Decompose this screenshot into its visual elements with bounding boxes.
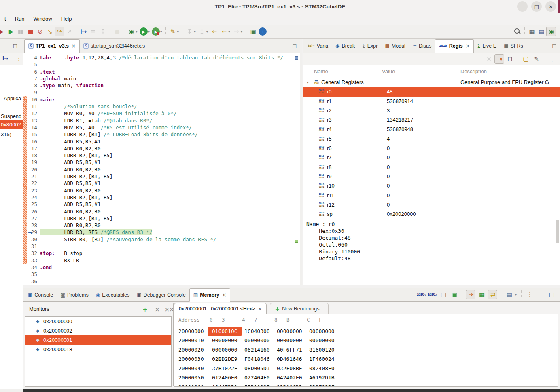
minimize-view-icon[interactable]: – [2,43,5,48]
memory-row[interactable]: 200000000100010C1C0403000000000000000000 [174,327,558,336]
memory-cell[interactable]: 00000000 [309,336,335,345]
line-number[interactable]: 9 [23,89,37,96]
remove-all-monitors-icon[interactable]: ×× [164,305,174,314]
link-memory-icon[interactable]: ⇥ [466,290,475,299]
menu-item-run[interactable]: Run [11,13,29,25]
code-line[interactable]: ADD R5,R5,#1 [40,201,299,208]
register-row[interactable]: 10100101r048 [303,87,560,96]
profile-icon[interactable]: ▶ [152,27,160,36]
line-number-gutter[interactable]: 4567891011121314151617181920212223242526… [23,54,37,285]
search-icon[interactable] [513,27,522,36]
code-line[interactable] [40,89,299,96]
memory-cell[interactable]: 12D00CD3 [277,382,302,386]
memory-cell[interactable]: A044FDB1 [212,382,238,386]
code-line[interactable]: MOV R5, #0 /*R5 est utilisé comme index*… [40,124,299,131]
register-row[interactable]: 10100101r70 [303,153,560,162]
line-number[interactable]: 8 [23,82,37,89]
cpp-perspective-icon[interactable]: ▤ [537,27,546,36]
import-memory-icon[interactable]: 1010↙ [427,290,437,299]
dropdown-chevron-icon[interactable]: ▾ [160,30,162,34]
launch-config-icon[interactable]: ✎ [168,27,178,36]
code-line[interactable]: .text [40,68,299,75]
memory-cell[interactable]: 06214160 [244,345,270,354]
view-menu-icon[interactable]: ⋮ [547,54,557,64]
close-icon[interactable]: × [258,306,262,312]
code-line[interactable]: MOV R0, #0 /*R0=SUM initialisée à 0*/ [40,110,299,117]
line-number[interactable]: 20 [23,166,37,173]
line-number[interactable]: 14 [23,124,37,131]
code-line[interactable] [40,271,299,278]
tab-regis[interactable]: 1010Regis× [435,39,474,53]
code-line[interactable]: .end [40,264,299,271]
memory-cell[interactable]: 02BD2DE9 [212,354,238,364]
memory-cell[interactable]: 00000000 [212,336,238,345]
memory-cell[interactable]: 57B1022F [244,382,270,386]
register-row[interactable]: 10100101r100 [303,181,560,190]
line-number[interactable]: 27 [23,215,37,222]
memory-monitor-item[interactable]: ◆0x20000000 [25,317,171,326]
code-line[interactable]: BX LR [40,257,299,264]
code-line[interactable]: LDRB R2,[R1, R5] [40,152,299,159]
line-number[interactable]: 16 [23,138,37,145]
memory-cell[interactable]: 00000000 [309,327,335,336]
minimize-icon[interactable]: – [536,290,545,299]
info-icon[interactable]: i [259,27,267,36]
memory-cell[interactable]: 00000000 [277,327,302,336]
instruction-stepping-icon[interactable]: i→ [78,27,88,36]
maximize-window-icon[interactable]: □ [531,1,542,12]
column-header-value[interactable]: Value [382,65,395,78]
run-icon[interactable]: ▶ [140,27,148,36]
tab-debugger-console[interactable]: ▣Debugger Console [133,288,189,302]
memory-cell[interactable]: F0418046 [244,354,270,364]
line-number[interactable]: 26 [23,208,37,215]
code-line[interactable]: ADD R5,R5,#1 [40,180,299,187]
register-row[interactable]: 10100101r80 [303,162,560,172]
register-row[interactable]: 10100101r90 [303,172,560,181]
line-number[interactable]: 4 [23,54,37,61]
tab-tp1-ex1-v3-s[interactable]: STP1_ex1_v3.s× [24,39,80,53]
menu-item-t[interactable]: t [0,13,11,25]
code-line[interactable]: main: [40,96,299,103]
line-number[interactable]: 31 [23,243,37,250]
column-header-description[interactable]: Description [460,65,487,78]
step-into-icon[interactable]: ↘ [45,27,55,36]
memory-row[interactable]: 2000004037B1022F08D005D3032F08BF082408E0 [174,364,558,373]
code-content[interactable]: tab: .byte 1,12,28,4,3 /*déclaration d'u… [40,54,299,285]
code-line[interactable]: ADD R0,R2,R0 [40,166,299,173]
line-number[interactable]: 23 [23,187,37,194]
new-register-group-icon[interactable]: ▢ [521,54,530,64]
menu-item-help[interactable]: Help [57,13,76,25]
code-line[interactable]: LDRB R2,[R1] /* LDRB=Load 8bits de donné… [40,131,299,138]
menu-item-window[interactable]: Window [29,13,56,25]
memory-monitor-item[interactable]: ◆0x20000018 [25,345,171,354]
line-number[interactable]: 12 [23,110,37,117]
minimize-view-icon[interactable]: – [546,43,548,48]
register-row[interactable]: 10100101r120 [303,200,560,209]
code-line[interactable] [40,278,299,285]
line-number[interactable]: 21 [23,173,37,180]
edit-register-group-icon[interactable]: ✎ [531,54,541,64]
close-window-icon[interactable]: × [545,1,556,12]
code-line[interactable]: STRB R0, [R3] /*sauvegarde de la somme d… [40,236,299,243]
tab-expr[interactable]: ΣExpr [358,39,381,53]
terminate-icon[interactable]: ■ [25,27,35,36]
debug-tree-item[interactable]: Suspend [1,113,21,119]
line-number[interactable]: 7 [23,75,37,82]
memory-cell[interactable]: 0100010C [208,327,242,336]
step-over-icon[interactable]: ↷ [55,27,64,36]
memory-cell[interactable]: 032F02BF [309,382,335,386]
code-line[interactable]: .global main [40,75,299,82]
tab-live-e[interactable]: ΣLive E [474,39,500,53]
memory-cell[interactable]: 81600120 [309,345,335,354]
tab-executables[interactable]: ◉Executables [92,288,134,302]
line-number[interactable]: 10 [23,96,37,103]
last-edit-location-icon[interactable]: ← [209,27,219,36]
maximize-icon[interactable]: □ [547,290,556,299]
memory-row[interactable]: 2000001000000000000000000000000000000000 [174,336,558,345]
debug-perspective-icon[interactable]: ◉ [546,27,556,36]
line-number[interactable]: 22 [23,180,37,187]
register-row[interactable]: 10100101r3134218217 [303,115,560,124]
memory-cell[interactable]: 0D461646 [277,354,302,364]
code-line[interactable]: LDRB R2,[R1, R5] [40,215,299,222]
code-line[interactable]: LDRB R2,[R1, R5] [40,173,299,180]
